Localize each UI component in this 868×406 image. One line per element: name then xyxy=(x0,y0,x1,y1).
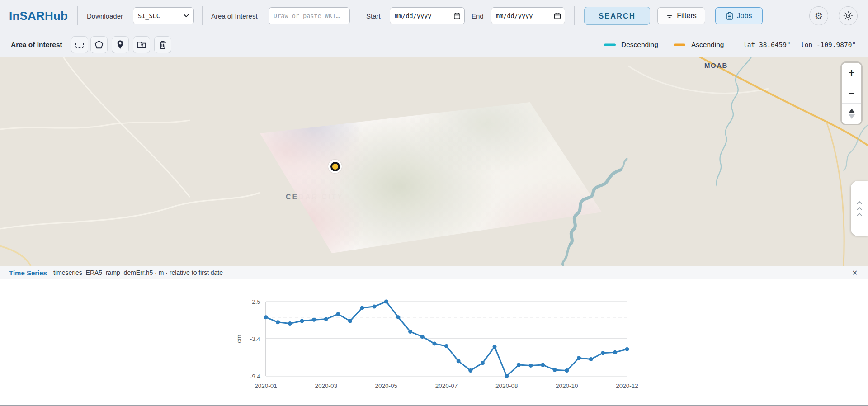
map-marker-ring xyxy=(330,162,340,171)
tilt-control[interactable] xyxy=(842,104,861,124)
filters-button[interactable]: Filters xyxy=(657,7,705,24)
svg-text:-3.4: -3.4 xyxy=(250,335,261,342)
start-date-label: Start xyxy=(366,12,381,20)
aoi-toolbar: Area of Interest Descending Ascending la… xyxy=(0,32,868,57)
jobs-button-label: Jobs xyxy=(737,12,752,20)
downloader-label: Downloader xyxy=(87,12,123,20)
jobs-button[interactable]: Jobs xyxy=(715,7,763,24)
chevron-up-icon xyxy=(856,207,863,211)
timeseries-chart: 2.5-3.4-9.42020-012020-032020-052020-072… xyxy=(0,279,868,406)
aoi-label: Area of Interest xyxy=(211,12,258,20)
map-label-moab: MOAB xyxy=(704,61,728,69)
insarhub-app: InSARHub Downloader S1_SLC Area of Inter… xyxy=(0,0,868,406)
zoom-in-button[interactable]: + xyxy=(842,63,861,83)
draw-polygon-button[interactable] xyxy=(90,36,108,53)
map-zoom-control: + − xyxy=(842,63,861,124)
divider xyxy=(77,6,78,25)
filter-icon xyxy=(666,13,673,19)
filters-button-label: Filters xyxy=(677,12,697,20)
delete-aoi-button[interactable] xyxy=(154,36,171,53)
start-date-input[interactable] xyxy=(390,7,465,24)
divider xyxy=(359,6,359,25)
place-marker-button[interactable] xyxy=(112,36,129,53)
zoom-out-button[interactable]: − xyxy=(842,83,861,104)
timeseries-panel-header: Time Series timeseries_ERA5_ramp_demErr.… xyxy=(0,266,868,279)
map-marker[interactable] xyxy=(328,160,342,173)
svg-text:2020-10: 2020-10 xyxy=(556,382,578,389)
downloader-select-value: S1_SLC xyxy=(138,12,160,19)
upload-folder-icon xyxy=(136,39,147,50)
end-date-label: End xyxy=(472,12,484,20)
ascending-legend-swatch xyxy=(674,43,685,46)
svg-text:2020-12: 2020-12 xyxy=(616,382,638,389)
svg-text:2020-05: 2020-05 xyxy=(375,382,398,389)
ascending-legend-label: Ascending xyxy=(691,41,724,49)
divider xyxy=(574,6,575,25)
aoi-wkt-input[interactable] xyxy=(269,7,350,24)
timeseries-subtitle: timeseries_ERA5_ramp_demErr.h5 · m · rel… xyxy=(53,269,223,276)
draw-polygon-icon xyxy=(94,39,104,50)
chevron-down-icon xyxy=(184,14,189,18)
longitude-readout: lon -109.9870° xyxy=(801,41,856,48)
timeseries-title: Time Series xyxy=(9,269,47,277)
aoi-toolbar-title: Area of Interest xyxy=(11,41,62,49)
settings-button[interactable]: ⚙ xyxy=(809,6,828,25)
marker-pin-icon xyxy=(115,39,126,50)
close-icon[interactable]: ✕ xyxy=(849,268,860,278)
svg-text:cm: cm xyxy=(236,335,242,343)
map-canvas[interactable]: CEDAR CITY MOAB + − xyxy=(0,57,868,266)
tilt-arrows-icon xyxy=(849,109,855,119)
svg-text:2020-01: 2020-01 xyxy=(255,382,277,389)
gear-icon: ⚙ xyxy=(815,10,823,21)
svg-text:2.5: 2.5 xyxy=(252,298,260,305)
search-button[interactable]: SEARCH xyxy=(584,7,650,25)
timeseries-panel: Time Series timeseries_ERA5_ramp_demErr.… xyxy=(0,266,868,406)
latitude-readout: lat 38.6459° xyxy=(743,41,791,48)
chevron-up-icon xyxy=(856,201,863,205)
descending-legend-label: Descending xyxy=(621,41,658,49)
app-logo: InSARHub xyxy=(9,9,68,23)
map-marker-dot xyxy=(332,164,338,170)
top-nav-bar: InSARHub Downloader S1_SLC Area of Inter… xyxy=(0,0,868,32)
draw-rectangle-button[interactable] xyxy=(71,36,88,53)
theme-toggle-button[interactable] xyxy=(839,6,858,25)
clipboard-icon xyxy=(726,12,733,20)
side-drawer-handle[interactable] xyxy=(851,181,868,236)
svg-text:2020-08: 2020-08 xyxy=(495,382,518,389)
svg-text:2020-07: 2020-07 xyxy=(435,382,458,389)
svg-text:-9.4: -9.4 xyxy=(250,373,261,380)
chevron-up-icon xyxy=(856,212,863,217)
svg-text:2020-03: 2020-03 xyxy=(315,382,337,389)
downloader-select[interactable]: S1_SLC xyxy=(133,7,194,24)
import-aoi-button[interactable] xyxy=(133,36,150,53)
divider xyxy=(202,6,203,25)
sun-icon xyxy=(843,11,853,21)
descending-legend-swatch xyxy=(604,43,616,46)
end-date-input[interactable] xyxy=(491,7,565,24)
trash-icon xyxy=(157,39,168,50)
map-lake-river xyxy=(0,57,868,266)
draw-rectangle-icon xyxy=(74,39,85,50)
